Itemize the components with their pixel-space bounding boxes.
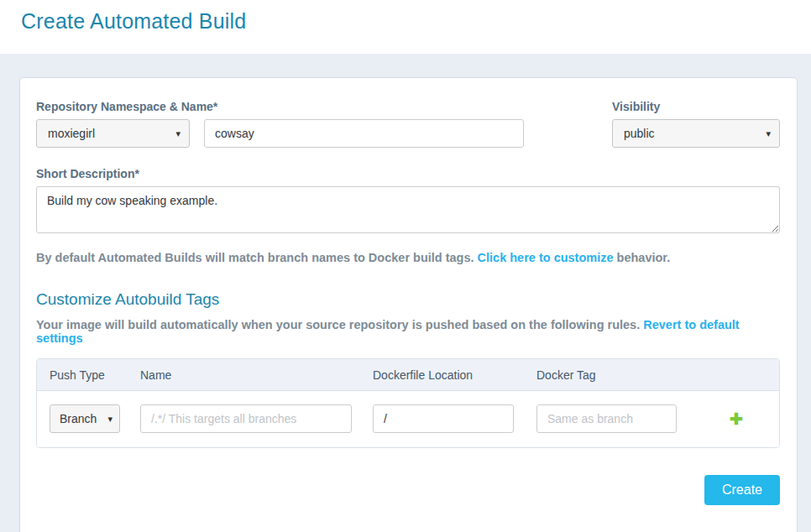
page-header: Create Automated Build (0, 0, 811, 54)
header-push-type: Push Type (50, 368, 140, 382)
page-title: Create Automated Build (21, 9, 811, 34)
default-behavior-note: By default Automated Builds will match b… (36, 251, 780, 264)
push-type-select[interactable]: Branch ▾ (50, 404, 120, 433)
table-row: Branch ▾ ✚ (37, 391, 779, 447)
visibility-selected-value: public (624, 127, 655, 140)
rule-name-input[interactable] (140, 404, 352, 433)
create-build-form-card: Repository Namespace & Name* moxiegirl ▾… (19, 77, 798, 532)
push-type-selected-value: Branch (60, 412, 97, 425)
repo-name-input[interactable] (204, 119, 524, 148)
note-text-after: behavior. (614, 251, 671, 264)
repo-visibility-row: Repository Namespace & Name* moxiegirl ▾… (36, 100, 780, 148)
visibility-group: Visibility public ▾ (612, 100, 780, 148)
chevron-down-icon: ▾ (766, 129, 771, 138)
dockerfile-location-input[interactable] (373, 404, 514, 433)
plus-icon: ✚ (730, 410, 743, 428)
visibility-select[interactable]: public ▾ (612, 119, 780, 148)
table-header-row: Push Type Name Dockerfile Location Docke… (37, 359, 779, 391)
repo-namespace-name-group: Repository Namespace & Name* moxiegirl ▾ (36, 100, 524, 148)
note-text-before: By default Automated Builds will match b… (36, 251, 478, 264)
namespace-selected-value: moxiegirl (48, 127, 95, 140)
header-name: Name (140, 368, 373, 382)
create-button[interactable]: Create (704, 475, 780, 505)
docker-tag-input[interactable] (536, 404, 677, 433)
customize-behavior-link[interactable]: Click here to customize (478, 251, 614, 264)
visibility-label: Visibility (612, 100, 780, 113)
short-description-group: Short Description* Build my cow speaking… (36, 167, 780, 237)
short-description-label: Short Description* (36, 167, 780, 180)
customize-autobuild-tags-heading: Customize Autobuild Tags (36, 290, 780, 309)
chevron-down-icon: ▾ (107, 415, 112, 424)
short-description-textarea[interactable]: Build my cow speaking example. (36, 186, 780, 233)
autobuild-rules-note: Your image will build automatically when… (36, 318, 780, 345)
chevron-down-icon: ▾ (175, 129, 181, 138)
autobuild-tags-table: Push Type Name Dockerfile Location Docke… (36, 358, 780, 448)
namespace-select[interactable]: moxiegirl ▾ (36, 119, 190, 148)
rules-note-text: Your image will build automatically when… (36, 318, 643, 331)
form-actions: Create (36, 475, 780, 505)
header-dockerfile-location: Dockerfile Location (373, 368, 536, 382)
header-docker-tag: Docker Tag (536, 368, 693, 382)
repo-namespace-name-label: Repository Namespace & Name* (36, 100, 524, 113)
add-rule-button[interactable]: ✚ (726, 408, 746, 430)
